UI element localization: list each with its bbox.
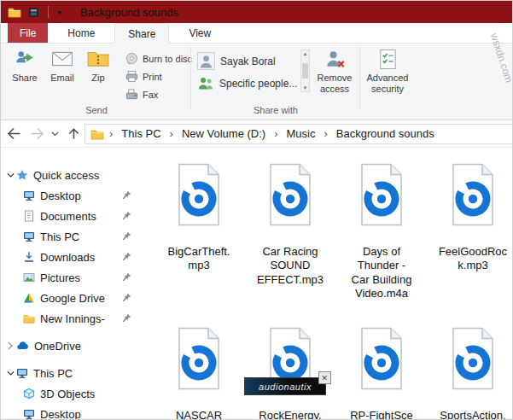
fax-icon [125,88,138,101]
tab-home[interactable]: Home [55,23,108,43]
sidebar-item-documents[interactable]: Documents [1,206,142,226]
pin-icon [122,211,131,220]
pin-icon [122,272,131,282]
forward-button[interactable] [26,127,47,140]
print-button[interactable]: Print [125,68,162,85]
qat-separator [48,6,49,18]
pictures-icon [23,271,35,283]
desktop-icon [23,190,35,201]
pin-icon [122,313,131,323]
google-drive-icon [23,292,35,304]
share-with-person[interactable]: Sayak Boral [197,50,300,72]
location-folder-icon [90,127,104,141]
scroll-down-icon[interactable]: ▼ [303,85,308,90]
window-title: Background sounds [80,6,178,19]
quick-access-toolbar-icon[interactable] [28,7,39,18]
group-label-share-with: Share with [194,105,358,115]
advanced-security-button[interactable]: Advanced security [363,49,412,94]
3d-objects-icon [23,388,35,400]
sidebar-item-new-innings[interactable]: New Innings- [1,308,142,329]
email-button[interactable]: Email [44,48,81,101]
navigation-pane: Quick access Desktop Documents This PC [1,148,142,420]
tab-view[interactable]: View [176,23,224,43]
desktop-icon [23,408,35,420]
folder-icon [23,312,35,324]
ribbon-separator [359,47,360,108]
file-item-nascar[interactable]: NASCAR [156,327,242,420]
audio-file-icon [265,163,316,226]
file-item-feelgoodrock[interactable]: FeelGoodRoc k.mp3 [430,163,513,273]
breadcrumb-background-sounds[interactable]: Background sounds [328,127,443,140]
sidebar-item-pictures[interactable]: Pictures [1,267,142,288]
burn-to-disc-button[interactable]: Burn to disc [125,50,192,67]
zip-icon [87,48,109,70]
printer-icon [125,70,138,83]
ribbon: Share Email Zip Burn to disc [1,44,513,120]
sidebar-item-quick-access[interactable]: Quick access [1,165,142,185]
scrollbar-thumb[interactable] [302,63,308,79]
downloads-icon [23,251,35,263]
file-list: BigCarTheft. mp3 Car Racing SOUND EFFECT… [142,148,513,420]
pc-icon [16,367,28,379]
ribbon-separator [190,47,191,108]
breadcrumb-this-pc[interactable]: This PC [113,127,169,140]
sidebar-item-this-pc-pinned[interactable]: This PC [1,226,142,247]
address-bar[interactable]: › This PC › New Volume (D:) › Music › Ba… [85,124,513,144]
audionautix-banner: audionautix ✕ [244,377,326,395]
back-button[interactable] [1,127,26,140]
file-item-car-racing[interactable]: Car Racing SOUND EFFECT.mp3 [248,163,333,287]
pin-icon [122,293,131,302]
audio-file-icon [356,327,407,390]
sidebar-item-3d-objects[interactable]: 3D Objects [1,383,142,404]
avatar-icon [197,52,215,70]
qat-dropdown-icon[interactable]: ▾ [57,8,61,17]
remove-access-icon [324,49,346,70]
ribbon-tabs: File Home Share View [1,23,513,44]
star-icon [16,169,28,181]
file-item-days-of-thunder[interactable]: Days of Thunder - Car Building Video.m4a [339,163,424,300]
expander-right-icon[interactable] [4,341,16,350]
share-with-scrollbar[interactable]: ▲ ▼ [300,50,310,92]
app-folder-icon [8,5,21,19]
expander-down-icon[interactable] [4,370,16,376]
remove-access-button[interactable]: Remove access [312,49,358,94]
explorer-window: ▾ Background sounds File Home Share View… [0,0,513,420]
audio-file-icon [173,163,224,226]
pc-icon [23,230,35,242]
titlebar[interactable]: ▾ Background sounds [1,1,513,23]
sidebar-item-google-drive[interactable]: Google Drive [1,288,142,308]
file-item-bigcartheft[interactable]: BigCarTheft. mp3 [156,163,242,273]
sidebar-item-desktop[interactable]: Desktop [1,185,142,206]
share-with-specific-people[interactable]: Specific people... [197,73,300,94]
security-checklist-icon [377,49,399,70]
share-button[interactable]: Share [6,48,44,101]
sidebar-item-downloads[interactable]: Downloads [1,247,142,267]
breadcrumb-chevron[interactable]: › [104,127,113,140]
zip-button[interactable]: Zip [79,48,117,101]
recent-locations-dropdown-icon[interactable] [47,131,62,137]
audio-file-icon [356,163,407,226]
fax-button[interactable]: Fax [125,86,158,102]
tab-file[interactable]: File [8,23,48,43]
sidebar-item-desktop-2[interactable]: Desktop [1,404,142,420]
file-item-sportsaction[interactable]: SportsAction. [430,327,513,420]
scroll-up-icon[interactable]: ▲ [303,51,308,56]
audio-file-icon [447,163,498,226]
email-icon [51,48,73,70]
file-item-rp-fightsce[interactable]: RP-FightSce [339,327,424,420]
disc-icon [125,52,138,65]
tab-share[interactable]: Share [114,23,169,44]
sidebar-item-this-pc[interactable]: This PC [1,363,142,383]
close-icon[interactable]: ✕ [318,371,331,384]
breadcrumb-new-volume-d[interactable]: New Volume (D:) [173,127,274,140]
onedrive-cloud-icon [16,340,29,352]
audio-file-icon [447,327,498,390]
expander-down-icon[interactable] [4,172,16,178]
pin-icon [122,252,131,261]
pin-icon [122,231,131,241]
sidebar-item-onedrive[interactable]: OneDrive [1,335,142,356]
up-button[interactable] [62,127,85,140]
document-icon [23,210,35,222]
group-label-send: Send [6,105,187,115]
breadcrumb-music[interactable]: Music [278,127,324,140]
